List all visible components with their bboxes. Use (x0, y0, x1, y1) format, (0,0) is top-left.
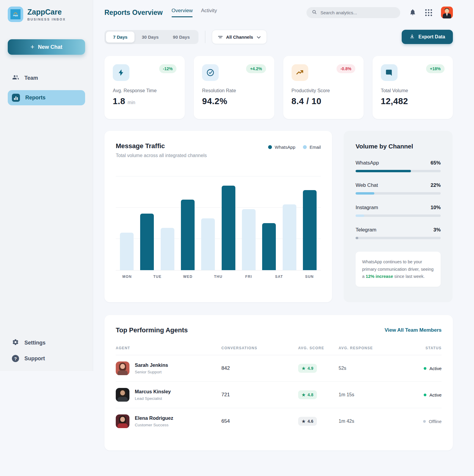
agent-role: Senior Support (135, 370, 168, 374)
column-conversations: CONVERSATIONS (221, 346, 298, 350)
stat-value: 1.8 (113, 96, 125, 106)
progress-fill (356, 214, 364, 217)
channel-percentage: 10% (431, 205, 441, 211)
response-time-value: 1m 42s (339, 419, 421, 424)
lightning-icon (113, 64, 129, 81)
chart-bar-email (120, 233, 134, 270)
table-header: AGENT CONVERSATIONS AVG. SCORE AVG. RESP… (116, 346, 442, 355)
chart-bar-whatsapp (181, 200, 195, 270)
status-badge: Offline (421, 419, 442, 424)
x-axis-label: THU (209, 275, 227, 279)
new-chat-button[interactable]: + New Chat (8, 39, 85, 55)
status-badge: Active (421, 392, 442, 397)
insight-text: since last week. (393, 274, 425, 279)
sidebar-item-support[interactable]: ? Support (12, 355, 85, 362)
stat-card: +18% Total Volume 12,482 (373, 56, 453, 119)
stat-label: Productivity Score (292, 88, 355, 93)
tabs: Overview Activity (172, 8, 217, 17)
stat-card: +4.2% Resolution Rate 94.2% (194, 56, 274, 119)
conversations-value: 721 (221, 392, 298, 398)
bar-chart-plot (116, 172, 321, 270)
x-axis-label: SAT (270, 275, 288, 279)
user-avatar[interactable] (441, 7, 453, 18)
search-bar[interactable] (306, 7, 400, 18)
sidebar: zapp ZappCare BUSINESS INBOX + New Chat … (0, 0, 93, 371)
notifications-button[interactable] (409, 8, 416, 17)
message-traffic-card: Message Traffic Total volume across all … (104, 131, 332, 302)
channel-name: Web Chat (356, 182, 378, 188)
brand-name: ZappCare (27, 8, 66, 16)
chart-bar-email (242, 209, 256, 270)
table-row[interactable]: Elena Rodriguez Customer Success 654 ★ 4… (116, 408, 442, 434)
score-value: 4.6 (308, 419, 313, 424)
main-content: Reports Overview Overview Activity (93, 0, 474, 476)
trend-up-icon (292, 64, 308, 81)
tab-overview[interactable]: Overview (172, 8, 193, 17)
volume-title: Volume by Channel (356, 143, 441, 150)
stat-value: 12,482 (381, 96, 408, 106)
brand-subtitle: BUSINESS INBOX (27, 18, 66, 21)
sidebar-nav: Team Reports (8, 70, 85, 105)
filter-row: 7 Days 30 Days 90 Days All Channels Expo… (104, 30, 453, 44)
check-circle-icon (202, 64, 219, 81)
agent-rows: Sarah Jenkins Senior Support 842 ★ 4.9 5… (116, 355, 442, 434)
chart-subtitle: Total volume across all integrated chann… (116, 153, 207, 158)
search-input[interactable] (320, 10, 392, 15)
table-row[interactable]: Sarah Jenkins Senior Support 842 ★ 4.9 5… (116, 355, 442, 382)
sidebar-item-label: Team (24, 75, 38, 81)
chart-bar-email (201, 218, 215, 270)
agent-role: Customer Success (135, 423, 173, 427)
avatar (116, 361, 129, 375)
export-data-button[interactable]: Export Data (402, 30, 453, 44)
progress-track (356, 214, 441, 217)
filter-icon (218, 36, 223, 38)
delta-badge: -12% (159, 64, 177, 73)
avatar (116, 414, 129, 428)
table-row[interactable]: Marcus Kinsley Lead Specialist 721 ★ 4.8… (116, 382, 442, 408)
bar-chart-icon (12, 94, 20, 102)
topbar-right (306, 7, 453, 18)
apps-grid-button[interactable] (425, 9, 432, 16)
sidebar-item-reports[interactable]: Reports (8, 90, 85, 105)
chart-bar-email (283, 204, 296, 270)
view-all-team-members-link[interactable]: View All Team Members (385, 327, 442, 333)
score-badge: ★ 4.9 (298, 364, 317, 373)
agent-name: Marcus Kinsley (135, 389, 171, 394)
legend-item: WhatsApp (268, 145, 295, 150)
chart-bar-whatsapp (140, 214, 154, 270)
tab-activity[interactable]: Activity (201, 8, 217, 16)
range-7-days-button[interactable]: 7 Days (106, 32, 134, 43)
channel-percentage: 65% (431, 160, 441, 166)
channel-name: Instagram (356, 205, 378, 211)
channel-percentage: 22% (431, 182, 441, 188)
stat-unit: min (128, 100, 135, 105)
team-icon (12, 74, 19, 82)
sidebar-item-settings[interactable]: Settings (12, 339, 85, 347)
sidebar-item-team[interactable]: Team (8, 70, 85, 86)
range-90-days-button[interactable]: 90 Days (166, 32, 197, 43)
score-value: 4.9 (308, 366, 313, 371)
stat-value: 94.2% (202, 96, 227, 106)
legend-label: WhatsApp (275, 145, 295, 150)
progress-track (356, 237, 441, 239)
agent-name: Elena Rodriguez (135, 415, 173, 421)
sidebar-footer: Settings ? Support (8, 339, 85, 362)
channel-filter-dropdown[interactable]: All Channels (212, 30, 267, 44)
charts-row: Message Traffic Total volume across all … (104, 131, 453, 302)
response-time-value: 52s (339, 366, 421, 371)
stats-row: -12% Avg. Response Time 1.8 min +4.2% Re… (104, 56, 453, 119)
legend-dot-icon (303, 145, 307, 149)
chart-bar-email (161, 228, 174, 270)
range-30-days-button[interactable]: 30 Days (134, 32, 166, 43)
status-label: Active (429, 366, 442, 371)
insight-card: WhatsApp continues to be your primary co… (356, 252, 441, 287)
status-badge: Active (421, 366, 442, 371)
chart-bar-whatsapp (222, 186, 235, 270)
chevron-down-icon (257, 35, 261, 40)
page-title: Reports Overview (104, 9, 163, 17)
chart-title: Message Traffic (116, 142, 207, 150)
stat-value: 8.4 / 10 (292, 96, 322, 106)
delta-badge: +18% (426, 64, 445, 73)
insight-highlight: 12% increase (366, 274, 393, 279)
status-dot-icon (423, 420, 426, 423)
